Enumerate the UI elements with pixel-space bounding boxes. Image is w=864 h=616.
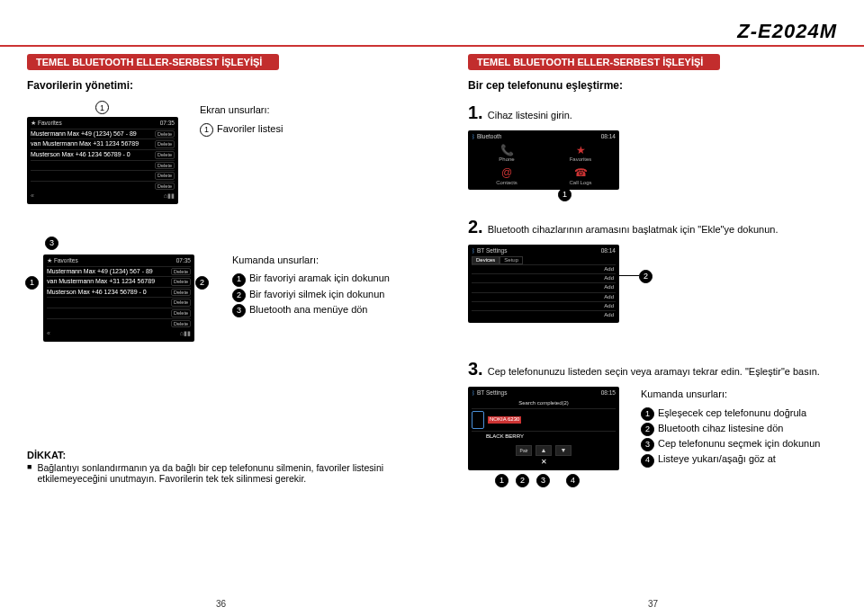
screen-time: 08:14 bbox=[601, 247, 616, 254]
fav-row[interactable]: Mustermann Max +49 (1234) 567 - 89 bbox=[47, 268, 153, 276]
right-page: TEMEL BLUETOOTH ELLER-SERBEST İŞLEYİŞİ B… bbox=[468, 54, 864, 487]
step-1: 1. Cihaz listesini girin. bbox=[468, 103, 864, 123]
screen-time: 08:14 bbox=[601, 133, 616, 140]
delete-button[interactable]: Delete bbox=[155, 183, 175, 191]
callout-2-solid: 2 bbox=[639, 270, 652, 283]
page-number-left: 36 bbox=[216, 599, 226, 609]
delete-button[interactable]: Delete bbox=[155, 172, 175, 180]
controls-title: Kumanda unsurları: bbox=[641, 387, 820, 402]
search-result-row[interactable]: NOKIA 6230 bbox=[472, 408, 616, 431]
step2-shot-wrap: ᛒ BT Settings 08:14 Devices Setup Add Ad… bbox=[468, 245, 864, 323]
up-button[interactable]: ▲ bbox=[536, 445, 552, 456]
step-number: 3. bbox=[468, 359, 483, 379]
right-control-labels: Kumanda unsurları: 1Eşleşecek cep telefo… bbox=[641, 387, 820, 468]
pair-button[interactable]: Pair bbox=[516, 445, 532, 456]
section-heading: TEMEL BLUETOOTH ELLER-SERBEST İŞLEYİŞİ bbox=[468, 54, 720, 70]
fav-row[interactable]: van Mustermann Max +31 1234 56789 bbox=[47, 278, 155, 286]
contacts-tile[interactable]: @Contacts bbox=[472, 166, 542, 186]
calllogs-tile[interactable]: ☎Call Logs bbox=[545, 166, 616, 186]
delete-button[interactable]: Delete bbox=[171, 278, 191, 286]
label-item: Favoriler listesi bbox=[217, 123, 283, 134]
step-number: 1. bbox=[468, 103, 483, 122]
signal-icon: ⌂▮▮ bbox=[180, 330, 191, 337]
favorites-screenshot-wrap-2: 3 1 2 ★ Favorites 07:35 Mustermann Max +… bbox=[27, 240, 211, 342]
screen-time: 07:35 bbox=[176, 257, 191, 264]
c2-icon: 2 bbox=[232, 289, 246, 302]
screen-title: BT Settings bbox=[477, 247, 507, 254]
delete-button[interactable]: Delete bbox=[155, 151, 175, 159]
add-button[interactable]: Add bbox=[604, 266, 614, 272]
controls-title: Kumanda unsurları: bbox=[232, 253, 390, 268]
add-button[interactable]: Add bbox=[604, 294, 614, 300]
bt-search-screenshot: ᛒ BT Settings 08:15 Search completed(2) … bbox=[468, 387, 619, 470]
delete-button[interactable]: Delete bbox=[171, 289, 191, 297]
add-button[interactable]: Add bbox=[604, 284, 614, 290]
control-item: Bir favoriyi aramak için dokunun bbox=[249, 272, 390, 283]
screen-labels: Ekran unsurları: 1Favoriler listesi bbox=[200, 103, 283, 137]
close-button[interactable]: ✕ bbox=[472, 458, 616, 467]
attention-title: DİKKAT: bbox=[27, 450, 66, 460]
attention-body: Bağlantıyı sonlandırmanın ya da bağlı bi… bbox=[37, 462, 423, 484]
star-icon: ★ bbox=[47, 257, 52, 264]
header-divider bbox=[0, 45, 864, 47]
bluetooth-icon: ᛒ bbox=[472, 247, 475, 254]
back-icon[interactable]: « bbox=[47, 330, 50, 337]
delete-button[interactable]: Delete bbox=[171, 309, 191, 317]
star-icon: ★ bbox=[31, 120, 36, 127]
labels-title: Ekran unsurları: bbox=[200, 103, 283, 118]
delete-button[interactable]: Delete bbox=[155, 162, 175, 170]
c3-icon: 3 bbox=[232, 304, 246, 317]
callout-1-solid: 1 bbox=[495, 474, 508, 487]
search-result-name: BLACK BERRY bbox=[486, 433, 524, 440]
tab-setup[interactable]: Setup bbox=[500, 256, 523, 264]
bluetooth-icon: ᛒ bbox=[472, 133, 475, 140]
fav-row[interactable]: Musterson Max +46 1234 56789 - 0 bbox=[47, 289, 147, 297]
delete-button[interactable]: Delete bbox=[155, 130, 175, 138]
delete-button[interactable]: Delete bbox=[171, 299, 191, 307]
c3-icon: 3 bbox=[641, 438, 654, 451]
screen-title: BT Settings bbox=[477, 389, 507, 397]
phone-tile[interactable]: 📞Phone bbox=[472, 144, 542, 164]
control-item: Eşleşecek cep telefonunu doğrula bbox=[658, 407, 806, 418]
callout-4-solid: 4 bbox=[566, 474, 580, 487]
step-text: Cihaz listesini girin. bbox=[488, 110, 572, 121]
fav-row: Musterson Max +46 1234 56789 - 0 bbox=[31, 151, 130, 159]
step-text: Cep telefonunuzu listeden seçin veya ara… bbox=[488, 366, 820, 377]
star-icon: ★ bbox=[576, 144, 586, 156]
callout-3: 3 bbox=[45, 237, 58, 250]
add-button[interactable]: Add bbox=[604, 275, 614, 281]
favorites-screenshot-2: ★ Favorites 07:35 Mustermann Max +49 (12… bbox=[43, 254, 194, 342]
bluetooth-icon: ᛒ bbox=[472, 389, 475, 397]
add-button[interactable]: Add bbox=[604, 312, 614, 318]
back-icon[interactable]: « bbox=[31, 192, 34, 200]
step-2: 2. Bluetooth cihazlarının aramasını başl… bbox=[468, 217, 864, 237]
add-button[interactable]: Add bbox=[604, 303, 614, 309]
screen-title: Favorites bbox=[54, 257, 78, 264]
callout-2-solid: 2 bbox=[516, 474, 529, 487]
favorites-tile[interactable]: ★Favorites bbox=[545, 144, 616, 164]
page-number-right: 37 bbox=[648, 599, 658, 609]
delete-button[interactable]: Delete bbox=[171, 320, 191, 328]
search-result-row[interactable]: BLACK BERRY bbox=[472, 431, 616, 442]
callout-1-solid: 1 bbox=[558, 188, 572, 201]
attention-block: DİKKAT: ■ Bağlantıyı sonlandırmanın ya d… bbox=[27, 450, 423, 484]
down-button[interactable]: ▼ bbox=[555, 445, 572, 456]
delete-button[interactable]: Delete bbox=[171, 268, 191, 276]
tab-devices[interactable]: Devices bbox=[472, 256, 500, 264]
control-item: Bir favoriyi silmek için dokunun bbox=[249, 289, 384, 299]
callout-3-solid: 3 bbox=[536, 474, 550, 487]
bt-main-screenshot: ᛒ Bluetooth 08:14 📞Phone ★Favorites @Con… bbox=[468, 130, 619, 190]
search-result-name: NOKIA 6230 bbox=[488, 416, 521, 423]
c1-icon: 1 bbox=[641, 407, 654, 421]
screen-time: 08:15 bbox=[601, 389, 616, 397]
fav-row: Mustermann Max +49 (1234) 567 - 89 bbox=[31, 130, 137, 138]
brand-logo: Z-E2024M bbox=[737, 20, 837, 43]
control-labels: Kumanda unsurları: 1Bir favoriyi aramak … bbox=[232, 253, 390, 317]
delete-button[interactable]: Delete bbox=[155, 140, 175, 148]
screen-title: Bluetooth bbox=[477, 133, 501, 140]
signal-icon: ⌂▮▮ bbox=[164, 192, 175, 200]
control-item: Cep telefonunu seçmek için dokunun bbox=[658, 438, 820, 449]
calllog-icon: ☎ bbox=[574, 166, 588, 179]
c2-icon: 2 bbox=[641, 423, 654, 436]
fav-row: van Mustermann Max +31 1234 56789 bbox=[31, 140, 139, 148]
